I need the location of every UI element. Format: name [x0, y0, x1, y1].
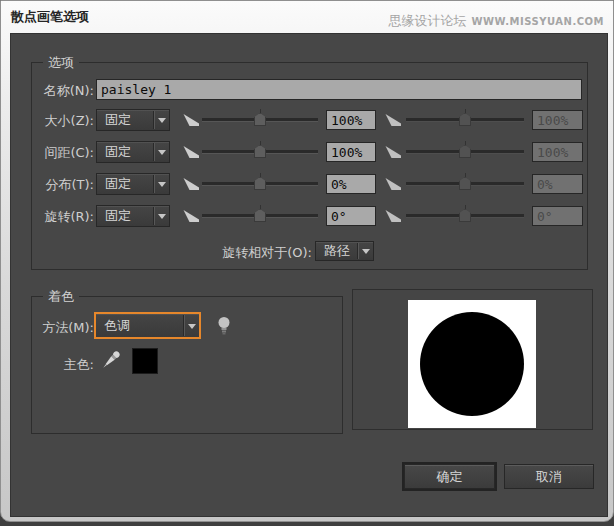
- colorization-group-label: 着色: [43, 288, 79, 306]
- spacing-variation-slider: [406, 143, 524, 159]
- ramp-icon: [385, 112, 402, 127]
- slider-thumb: [459, 177, 471, 190]
- scatter-mode-value: 固定: [105, 174, 131, 194]
- name-label: 名称(N):: [31, 82, 94, 100]
- scatter-slider[interactable]: [202, 175, 318, 191]
- scatter-label: 分布(T):: [31, 176, 94, 194]
- slider-thumb: [459, 113, 471, 126]
- chevron-down-icon: [158, 150, 166, 155]
- rotation-mode-dropdown[interactable]: 固定: [96, 205, 170, 227]
- size-mode-dropdown[interactable]: 固定: [96, 109, 170, 131]
- slider-stem: [260, 173, 261, 177]
- spacing-value-input[interactable]: [326, 142, 376, 162]
- rotation-relative-value: 路径: [324, 242, 350, 260]
- brush-preview: [352, 289, 593, 430]
- size-slider[interactable]: [202, 111, 318, 127]
- spacing-variation-input: [532, 142, 583, 162]
- chevron-down-icon: [362, 249, 370, 254]
- size-variation-input: [532, 110, 583, 130]
- slider-thumb: [459, 145, 471, 158]
- ramp-icon: [385, 208, 402, 223]
- brush-preview-canvas: [408, 300, 536, 428]
- chevron-down-icon: [158, 214, 166, 219]
- rotation-label: 旋转(R):: [31, 208, 94, 226]
- ramp-icon: [183, 144, 200, 159]
- watermark: 思缘设计论坛 WWW.MISSYUAN.COM: [388, 10, 604, 30]
- options-group-label: 选项: [43, 54, 79, 72]
- row-size: 大小(Z): 固定: [11, 109, 607, 133]
- rotation-slider[interactable]: [202, 207, 318, 223]
- slider-thumb[interactable]: [254, 113, 266, 126]
- ramp-icon: [183, 112, 200, 127]
- spacing-mode-value: 固定: [105, 142, 131, 162]
- size-label: 大小(Z):: [31, 112, 94, 130]
- rotation-variation-slider: [406, 207, 524, 223]
- method-label: 方法(M):: [31, 319, 94, 337]
- window-frame: 散点画笔选项 思缘设计论坛 WWW.MISSYUAN.COM 选项 名称(N):…: [0, 0, 614, 522]
- key-color-label: 主色:: [31, 356, 94, 374]
- cancel-button[interactable]: 取消: [504, 464, 594, 489]
- slider-stem: [465, 141, 466, 145]
- watermark-site: 思缘设计论坛: [388, 13, 466, 28]
- scatter-value-input[interactable]: [326, 174, 376, 194]
- size-mode-value: 固定: [105, 110, 131, 130]
- ramp-icon: [183, 176, 200, 191]
- key-color-swatch: [132, 348, 158, 374]
- dropdown-arrow-button[interactable]: [153, 175, 169, 193]
- scatter-variation-input: [532, 174, 583, 194]
- method-value: 色调: [104, 314, 130, 337]
- dropdown-arrow-button[interactable]: [153, 111, 169, 129]
- rotation-relative-dropdown[interactable]: 路径: [315, 241, 374, 261]
- size-variation-slider: [406, 111, 524, 127]
- slider-stem: [465, 109, 466, 113]
- window-title: 散点画笔选项: [11, 8, 89, 26]
- scatter-variation-slider: [406, 175, 524, 191]
- dropdown-arrow-button[interactable]: [357, 243, 373, 259]
- slider-thumb[interactable]: [254, 177, 266, 190]
- chevron-down-icon: [188, 324, 196, 329]
- row-spacing: 间距(C): 固定: [11, 141, 607, 165]
- scatter-brush-options-dialog: 散点画笔选项 思缘设计论坛 WWW.MISSYUAN.COM 选项 名称(N):…: [0, 0, 614, 526]
- eyedropper-icon[interactable]: [97, 347, 123, 375]
- brush-shape-circle: [420, 312, 524, 416]
- row-scatter: 分布(T): 固定: [11, 173, 607, 197]
- watermark-url: WWW.MISSYUAN.COM: [472, 16, 604, 27]
- rotation-value-input[interactable]: [326, 206, 376, 226]
- size-value-input[interactable]: [326, 110, 376, 130]
- ramp-icon: [183, 208, 200, 223]
- slider-stem: [260, 205, 261, 209]
- slider-stem: [260, 109, 261, 113]
- method-dropdown[interactable]: 色调: [94, 312, 201, 339]
- dropdown-arrow-button[interactable]: [183, 315, 199, 336]
- spacing-mode-dropdown[interactable]: 固定: [96, 141, 170, 163]
- chevron-down-icon: [158, 182, 166, 187]
- dropdown-arrow-button[interactable]: [153, 207, 169, 225]
- ok-button[interactable]: 确定: [404, 464, 495, 489]
- slider-thumb[interactable]: [254, 209, 266, 222]
- dialog-body: 选项 名称(N): 大小(Z): 固定: [10, 33, 608, 517]
- name-input[interactable]: [96, 79, 582, 100]
- ramp-icon: [385, 144, 402, 159]
- rotation-variation-input: [532, 206, 583, 226]
- slider-stem: [465, 173, 466, 177]
- slider-thumb: [459, 209, 471, 222]
- slider-thumb[interactable]: [254, 145, 266, 158]
- spacing-label: 间距(C):: [31, 144, 94, 162]
- spacing-slider[interactable]: [202, 143, 318, 159]
- colorization-tips-lightbulb-icon[interactable]: [217, 316, 231, 337]
- rotation-mode-value: 固定: [105, 206, 131, 226]
- rotation-relative-label: 旋转相对于(O):: [161, 244, 312, 262]
- slider-stem: [465, 205, 466, 209]
- slider-stem: [260, 141, 261, 145]
- scatter-mode-dropdown[interactable]: 固定: [96, 173, 170, 195]
- dropdown-arrow-button[interactable]: [153, 143, 169, 161]
- row-rotation: 旋转(R): 固定: [11, 205, 607, 229]
- ramp-icon: [385, 176, 402, 191]
- chevron-down-icon: [158, 118, 166, 123]
